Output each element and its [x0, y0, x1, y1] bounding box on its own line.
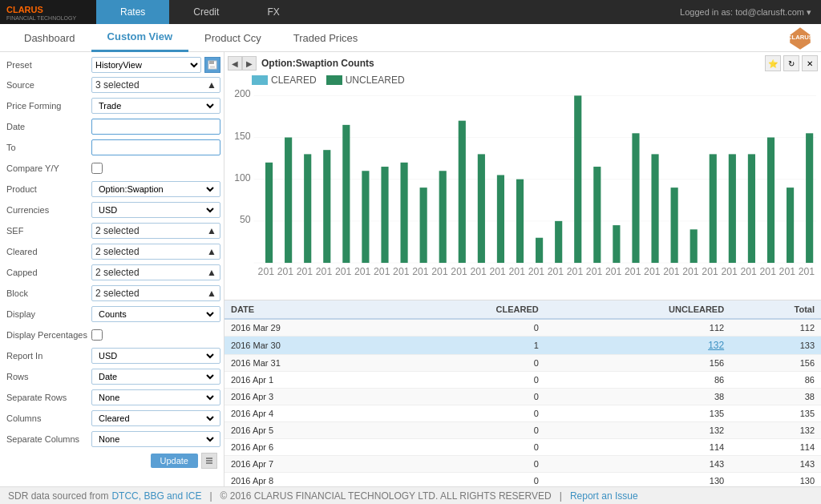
price-forming-select[interactable]: Trade [95, 100, 216, 111]
svg-text:201: 201 [470, 266, 487, 277]
svg-text:201: 201 [702, 266, 718, 277]
svg-rect-53 [613, 225, 620, 263]
footer-sep: | [209, 490, 212, 502]
date-input[interactable]: 2016 Mar 1 [91, 119, 220, 135]
currencies-row: Currencies USD [3, 201, 220, 219]
table-row[interactable]: 2016 Mar 301132133 [224, 337, 821, 355]
source-control[interactable]: 3 selected ▲ [91, 77, 220, 93]
table-row[interactable]: 2016 Apr 60114114 [224, 439, 821, 456]
separate-columns-select[interactable]: None [95, 433, 216, 445]
chart-prev-btn[interactable]: ◀ [228, 56, 242, 71]
cell-uncleared: 38 [545, 389, 730, 405]
separate-columns-control[interactable]: None [91, 431, 220, 447]
tab-fx[interactable]: FX [243, 0, 303, 24]
cleared-control[interactable]: 2 selected ▲ [91, 244, 220, 260]
chart-svg-container: 200 150 100 50 2012012012012012012012012… [228, 89, 818, 281]
sef-control[interactable]: 2 selected ▲ [91, 223, 220, 239]
cell-total: 86 [730, 372, 821, 389]
separate-rows-select[interactable]: None [95, 392, 216, 403]
cell-cleared: 0 [394, 405, 545, 422]
svg-text:201: 201 [548, 266, 564, 277]
compare-yy-checkbox[interactable] [91, 163, 103, 174]
cleared-row: Cleared 2 selected ▲ [3, 243, 220, 260]
separate-rows-label: Separate Rows [3, 393, 91, 402]
table-scroll[interactable]: DATE CLEARED UNCLEARED Total 2016 Mar 29… [224, 300, 821, 486]
svg-text:201: 201 [625, 266, 641, 277]
footer-report-issue[interactable]: Report an Issue [570, 490, 638, 502]
rows-control[interactable]: Date [91, 369, 220, 385]
svg-text:201: 201 [335, 266, 352, 277]
display-select[interactable]: Counts [95, 308, 216, 320]
update-button[interactable]: Update [151, 454, 198, 468]
columns-select[interactable]: Cleared [95, 413, 216, 424]
block-control[interactable]: 2 selected ▲ [91, 285, 220, 301]
svg-rect-67 [748, 154, 755, 263]
sef-row: SEF 2 selected ▲ [3, 222, 220, 240]
table-row[interactable]: 2016 Apr 50132132 [224, 422, 821, 439]
separate-rows-control[interactable]: None [91, 389, 220, 405]
preset-select[interactable]: HistoryView [91, 57, 201, 73]
svg-rect-47 [555, 221, 562, 263]
settings-icon [204, 456, 214, 466]
columns-control[interactable]: Cleared [91, 410, 220, 426]
product-row: Product Option:Swaption [3, 180, 220, 198]
source-value: 3 selected [95, 79, 140, 91]
product-control[interactable]: Option:Swaption [91, 181, 220, 197]
svg-text:201: 201 [663, 266, 680, 277]
cell-total: 143 [730, 456, 821, 473]
svg-rect-73 [806, 133, 813, 263]
table-row[interactable]: 2016 Apr 108686 [224, 372, 821, 389]
capped-control[interactable]: 2 selected ▲ [91, 264, 220, 280]
report-in-control[interactable]: USD [91, 348, 220, 364]
cell-total: 135 [730, 405, 821, 422]
footer-sources[interactable]: DTCC, BBG and ICE [111, 490, 201, 502]
tab-credit[interactable]: Credit [169, 0, 243, 24]
to-input[interactable]: 2016 Apr 12 [91, 139, 220, 155]
svg-rect-41 [497, 175, 504, 263]
svg-text:201: 201 [605, 266, 622, 277]
separate-columns-row: Separate Columns None [3, 430, 220, 448]
svg-rect-65 [729, 154, 736, 263]
chart-icons-right: ⭐ ↻ ✕ [765, 55, 818, 71]
left-panel: Preset HistoryView Source 3 selected ▲ P… [0, 52, 224, 486]
display-pct-checkbox[interactable] [91, 329, 103, 341]
tab-product-ccy[interactable]: Product Ccy [188, 24, 277, 52]
svg-text:50: 50 [240, 214, 251, 225]
cell-total: 133 [730, 337, 821, 355]
report-in-label: Report In [3, 351, 91, 361]
table-row[interactable]: 2016 Apr 70143143 [224, 456, 821, 473]
main-content: Preset HistoryView Source 3 selected ▲ P… [0, 52, 821, 486]
report-in-select[interactable]: USD [95, 350, 216, 361]
report-in-row: Report In USD [3, 347, 220, 365]
chart-icon-close[interactable]: ✕ [802, 55, 818, 71]
rows-select[interactable]: Date [95, 371, 216, 382]
table-row[interactable]: 2016 Apr 303838 [224, 389, 821, 405]
tab-custom-view[interactable]: Custom View [91, 24, 188, 52]
table-row[interactable]: 2016 Mar 310156156 [224, 355, 821, 372]
currencies-select[interactable]: USD [95, 204, 216, 216]
svg-rect-57 [651, 154, 658, 263]
cell-date: 2016 Apr 4 [224, 405, 394, 422]
uncleared-link[interactable]: 132 [708, 340, 724, 351]
table-row[interactable]: 2016 Mar 290112112 [224, 319, 821, 337]
display-control[interactable]: Counts [91, 306, 220, 322]
top-tabs: Rates Credit FX [96, 0, 680, 24]
table-row[interactable]: 2016 Apr 80130130 [224, 473, 821, 487]
product-select[interactable]: Option:Swaption [95, 183, 216, 195]
tab-traded-prices[interactable]: Traded Prices [277, 24, 374, 52]
settings-icon-btn[interactable] [201, 453, 217, 469]
chart-icon-star[interactable]: ⭐ [765, 55, 781, 71]
cell-uncleared: 156 [545, 355, 730, 372]
tab-dashboard[interactable]: Dashboard [8, 24, 91, 52]
table-row[interactable]: 2016 Apr 40135135 [224, 405, 821, 422]
svg-rect-19 [285, 138, 292, 264]
chart-next-btn[interactable]: ▶ [242, 56, 257, 71]
save-icon-btn[interactable] [204, 57, 220, 73]
price-forming-control[interactable]: Trade [91, 98, 220, 114]
chart-icon-refresh[interactable]: ↻ [783, 55, 799, 71]
currencies-control[interactable]: USD [91, 202, 220, 218]
svg-rect-27 [362, 171, 369, 263]
rows-row: Rows Date [3, 368, 220, 385]
tab-rates[interactable]: Rates [96, 0, 169, 24]
rows-label: Rows [3, 372, 91, 381]
